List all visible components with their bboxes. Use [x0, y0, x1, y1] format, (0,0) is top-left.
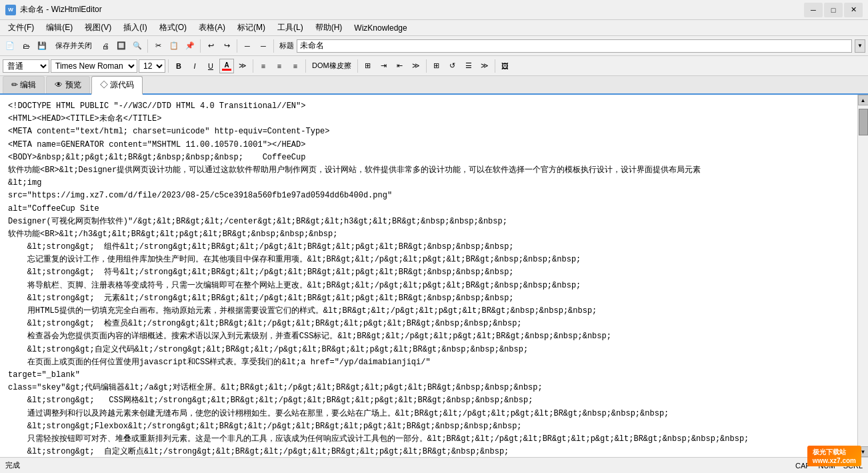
align-left-button[interactable]: ≡ [256, 59, 271, 73]
menu-item-menu-format[interactable]: 格式(O) [154, 21, 192, 35]
separator3 [237, 39, 237, 53]
underline-button[interactable]: U [203, 59, 218, 73]
scrollbar-right: ▲ ▼ [857, 95, 868, 457]
new-button[interactable]: 📄 [3, 39, 17, 53]
menu-item-menu-edit[interactable]: 编辑(E) [41, 21, 78, 35]
save-button[interactable]: 💾 [35, 39, 49, 53]
toolbar1: 📄 🗁 💾 保存并关闭 🖨 🔲 🔍 ✂ 📋 📌 ↩ ↪ ─ ─ 标题 ▼ [0, 36, 868, 56]
window-title: 未命名 - WizHtmlEditor [20, 4, 102, 15]
special-btn1[interactable]: ⊞ [429, 59, 444, 73]
font-size-select[interactable]: 12 [139, 59, 165, 73]
bold-button[interactable]: B [171, 59, 186, 73]
sep-tb2-4 [357, 59, 358, 73]
font-color-button[interactable]: A [219, 59, 234, 73]
line-btn2[interactable]: ─ [256, 39, 271, 53]
preview-button[interactable]: 🔲 [114, 39, 129, 53]
menu-item-menu-table[interactable]: 表格(A) [193, 21, 231, 35]
sep-tb2-1 [168, 59, 169, 73]
minimize-button[interactable]: ─ [804, 3, 823, 17]
tab-bar: ✏ 编辑👁 预览◇ 源代码 [0, 76, 868, 95]
table-insert-button[interactable]: ⊞ [361, 59, 375, 73]
editor-container: <!DOCTYPE HTML PUBLIC "-//W3C//DTD HTML … [0, 95, 868, 457]
watermark-box: 极光下载站 www.xz7.com [807, 446, 861, 466]
title-box: 标题 ▼ [279, 39, 865, 53]
dom-eraser-button[interactable]: DOM橡皮擦 [309, 59, 355, 73]
title-label: 标题 [279, 41, 294, 51]
save-close-button[interactable]: 保存并关闭 [51, 39, 97, 53]
align-center-button[interactable]: ≡ [272, 59, 287, 73]
font-name-select[interactable]: Times New Roman [51, 59, 137, 73]
watermark-line2: www.xz7.com [813, 457, 856, 464]
redo-button[interactable]: ↪ [219, 39, 234, 53]
copy-button[interactable]: 📋 [167, 39, 181, 53]
sep-tb2-3 [305, 59, 306, 73]
paragraph-style-select[interactable]: 普通 [3, 59, 49, 73]
sep-tb2-6 [495, 59, 495, 73]
scroll-up-arrow[interactable]: ▲ [858, 95, 869, 105]
tab-edit[interactable]: ✏ 编辑 [3, 76, 45, 93]
watermark-line1: 极光下载站 [813, 448, 856, 457]
status-text: 完成 [5, 460, 20, 470]
sep-tb2-2 [253, 59, 253, 73]
menu-item-menu-help[interactable]: 帮助(H) [310, 21, 348, 35]
tab-source[interactable]: ◇ 源代码 [91, 76, 143, 95]
align-right-button[interactable]: ≡ [288, 59, 303, 73]
title-input[interactable] [297, 39, 852, 53]
cut-button[interactable]: ✂ [151, 39, 165, 53]
indent-inc-button[interactable]: ⇥ [377, 59, 391, 73]
title-bar-controls: ─ □ ✕ [804, 3, 863, 17]
more-table-button[interactable]: ≫ [409, 59, 423, 73]
maximize-button[interactable]: □ [824, 3, 843, 17]
sep-tb2-5 [426, 59, 427, 73]
paste-button[interactable]: 📌 [183, 39, 197, 53]
separator1 [147, 39, 148, 53]
more-special-button[interactable]: ≫ [477, 59, 492, 73]
menu-item-menu-view[interactable]: 视图(V) [79, 21, 117, 35]
line-btn1[interactable]: ─ [240, 39, 255, 53]
watermark: 极光下载站 www.xz7.com [807, 446, 861, 466]
menu-item-menu-file[interactable]: 文件(F) [3, 21, 39, 35]
color-indicator [222, 69, 231, 71]
menu-bar: 文件(F)编辑(E)视图(V)插入(I)格式(O)表格(A)标记(M)工具(L)… [0, 20, 868, 36]
tab-preview[interactable]: 👁 预览 [46, 76, 89, 93]
scroll-thumb[interactable] [859, 109, 868, 135]
separator4 [273, 39, 274, 53]
app-icon: W [5, 5, 16, 15]
open-button[interactable]: 🗁 [19, 39, 33, 53]
italic-button[interactable]: I [187, 59, 202, 73]
editor-area[interactable]: <!DOCTYPE HTML PUBLIC "-//W3C//DTD HTML … [0, 95, 857, 457]
title-dropdown[interactable]: ▼ [855, 39, 865, 53]
menu-item-menu-mark[interactable]: 标记(M) [232, 21, 271, 35]
scroll-track [858, 105, 868, 446]
status-bar: 完成 CAP NUM SCRL [0, 457, 868, 473]
search-button[interactable]: 🔍 [130, 39, 145, 53]
more-format-button[interactable]: ≫ [235, 59, 250, 73]
menu-item-menu-insert[interactable]: 插入(I) [118, 21, 152, 35]
special-btn3[interactable]: ☰ [461, 59, 476, 73]
title-bar-left: W 未命名 - WizHtmlEditor [5, 4, 102, 15]
title-bar: W 未命名 - WizHtmlEditor ─ □ ✕ [0, 0, 868, 20]
indent-dec-button[interactable]: ⇤ [393, 59, 407, 73]
image-button[interactable]: 🖼 [498, 59, 513, 73]
menu-item-menu-tools[interactable]: 工具(L) [272, 21, 309, 35]
close-button[interactable]: ✕ [844, 3, 863, 17]
separator2 [200, 39, 201, 53]
undo-button[interactable]: ↩ [203, 39, 218, 53]
print-button[interactable]: 🖨 [98, 39, 113, 53]
special-btn2[interactable]: ↺ [445, 59, 460, 73]
toolbar2: 普通 Times New Roman 12 B I U A ≫ ≡ ≡ ≡ DO… [0, 56, 868, 76]
menu-item-menu-wiz[interactable]: WizKnowledge [349, 22, 412, 34]
